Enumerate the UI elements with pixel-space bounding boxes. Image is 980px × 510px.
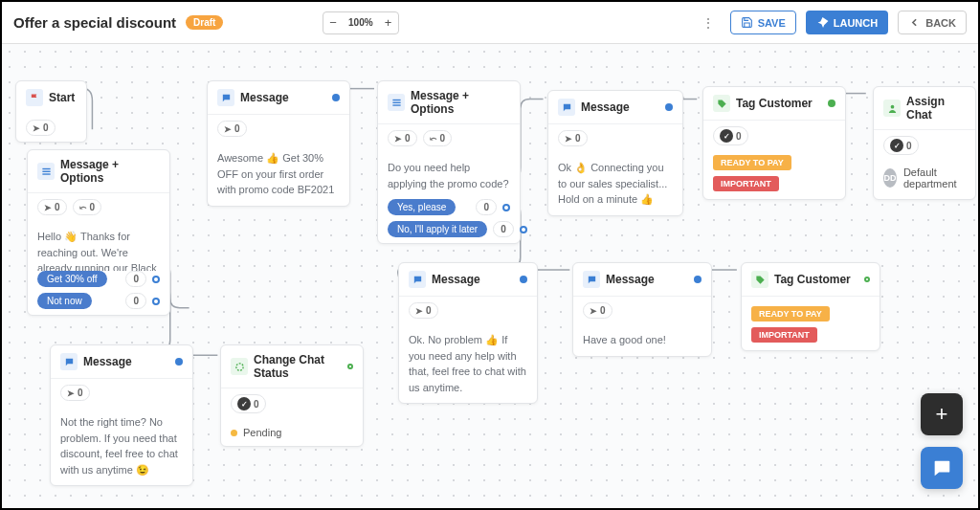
rocket-icon bbox=[816, 16, 829, 29]
output-dot[interactable] bbox=[502, 204, 510, 211]
message-icon bbox=[583, 271, 600, 288]
node-title: Message bbox=[432, 273, 480, 286]
message-icon bbox=[60, 353, 78, 370]
option-2[interactable]: Not now 0 bbox=[28, 293, 169, 315]
node-title: Message + Options bbox=[411, 89, 510, 116]
chat-icon bbox=[931, 457, 952, 478]
output-dot[interactable] bbox=[694, 276, 702, 283]
svg-rect-1 bbox=[42, 170, 50, 171]
node-message-options-2[interactable]: Message + Options ➤0 ⤺0 Do you need help… bbox=[377, 80, 521, 244]
output-dot[interactable] bbox=[175, 358, 183, 366]
tag-chip: IMPORTANT bbox=[713, 176, 779, 191]
svg-rect-3 bbox=[392, 99, 400, 100]
add-node-button[interactable]: + bbox=[921, 393, 963, 435]
svg-rect-0 bbox=[42, 167, 50, 168]
node-title: Change Chat Status bbox=[254, 353, 342, 380]
sent-count: ➤0 bbox=[388, 130, 417, 146]
node-body: Not the right time? No problem. If you n… bbox=[51, 407, 192, 485]
node-title: Message bbox=[581, 100, 630, 114]
message-icon bbox=[558, 99, 575, 116]
tag-icon bbox=[713, 95, 730, 112]
output-dot[interactable] bbox=[665, 103, 673, 111]
reply-count: ⤺0 bbox=[73, 199, 102, 215]
zoom-level: 100% bbox=[343, 17, 379, 28]
svg-point-7 bbox=[235, 363, 242, 369]
status-label: Pending bbox=[243, 427, 281, 438]
node-body: Do you need help applying the promo code… bbox=[378, 152, 520, 199]
node-message-5[interactable]: Message ➤0 Have a good one! bbox=[572, 262, 712, 357]
sent-count: ➤0 bbox=[60, 385, 90, 401]
sent-count: ➤0 bbox=[26, 120, 56, 136]
option-2[interactable]: No, I'll apply it later 0 bbox=[378, 221, 520, 243]
save-button[interactable]: SAVE bbox=[730, 11, 796, 34]
tag-chip: IMPORTANT bbox=[751, 327, 817, 343]
status-badge: Draft bbox=[186, 15, 223, 30]
launch-button[interactable]: LAUNCH bbox=[806, 11, 888, 34]
zoom-in-button[interactable]: + bbox=[379, 12, 398, 33]
output-dot[interactable] bbox=[520, 226, 527, 233]
page-title: Offer a special discount bbox=[13, 14, 176, 31]
node-message-options-1[interactable]: Message + Options ➤0 ⤺0 Hello 👋 Thanks f… bbox=[27, 149, 170, 316]
output-dot[interactable] bbox=[152, 298, 160, 305]
node-message-4[interactable]: Message ➤0 Ok. No problem 👍 If you need … bbox=[398, 262, 538, 404]
node-title: Tag Customer bbox=[736, 97, 813, 110]
output-dot[interactable] bbox=[332, 94, 340, 101]
pending-dot bbox=[231, 430, 237, 436]
tag-icon bbox=[751, 271, 768, 288]
node-message-3[interactable]: Message ➤0 Not the right time? No proble… bbox=[50, 344, 193, 486]
node-tag-customer-1[interactable]: Tag Customer ✓0 READY TO PAY IMPORTANT bbox=[702, 86, 846, 200]
node-start[interactable]: Start ➤0 bbox=[15, 80, 87, 143]
output-dot[interactable] bbox=[152, 276, 160, 283]
sent-count: ➤0 bbox=[583, 302, 612, 319]
dept-avatar: DD bbox=[883, 168, 897, 188]
node-title: Message bbox=[83, 355, 132, 368]
node-change-status[interactable]: Change Chat Status ✓0 Pending bbox=[220, 344, 364, 447]
option-1[interactable]: Yes, please 0 bbox=[378, 199, 520, 221]
zoom-out-button[interactable]: − bbox=[323, 12, 343, 33]
reply-count: ⤺0 bbox=[423, 130, 453, 146]
output-dot[interactable] bbox=[864, 277, 870, 282]
user-icon bbox=[883, 100, 901, 117]
message-icon bbox=[217, 89, 234, 106]
sent-count: ➤0 bbox=[558, 130, 588, 146]
toolbar: Offer a special discount Draft − 100% + … bbox=[2, 2, 978, 44]
node-tag-customer-2[interactable]: Tag Customer READY TO PAY IMPORTANT bbox=[741, 262, 880, 351]
flag-icon bbox=[26, 89, 43, 106]
node-message-1[interactable]: Message ➤0 Awesome 👍 Get 30% OFF on your… bbox=[207, 80, 350, 207]
svg-point-6 bbox=[890, 104, 894, 108]
save-icon bbox=[741, 16, 753, 29]
output-dot[interactable] bbox=[828, 100, 835, 107]
node-message-2[interactable]: Message ➤0 Ok 👌 Connecting you to our sa… bbox=[547, 90, 683, 216]
count: ✓0 bbox=[883, 136, 919, 155]
chevron-left-icon bbox=[908, 16, 921, 29]
svg-rect-4 bbox=[392, 101, 400, 102]
node-body: Awesome 👍 Get 30% OFF on your first orde… bbox=[208, 143, 349, 206]
zoom-control: − 100% + bbox=[323, 11, 399, 34]
back-button[interactable]: BACK bbox=[898, 11, 967, 34]
status-icon bbox=[231, 358, 248, 375]
list-icon bbox=[37, 163, 55, 180]
tag-chip: READY TO PAY bbox=[751, 306, 830, 322]
count: ✓0 bbox=[713, 126, 748, 145]
node-title: Assign Chat bbox=[906, 95, 966, 122]
list-icon bbox=[388, 94, 405, 111]
output-dot[interactable] bbox=[520, 276, 527, 283]
svg-rect-2 bbox=[42, 173, 50, 174]
node-title: Message + Options bbox=[60, 158, 160, 185]
count: ✓0 bbox=[231, 394, 266, 413]
option-1[interactable]: Get 30% off 0 bbox=[28, 271, 169, 293]
flow-canvas[interactable]: Start ➤0 Message + Options ➤0 ⤺0 Hello 👋… bbox=[2, 44, 978, 508]
node-body: Ok. No problem 👍 If you need any help wi… bbox=[399, 324, 537, 403]
dept-name: Default department bbox=[903, 166, 966, 189]
node-body: Ok 👌 Connecting you to our sales special… bbox=[548, 152, 682, 215]
node-title: Message bbox=[240, 91, 289, 104]
output-dot[interactable] bbox=[347, 364, 353, 369]
chat-widget-button[interactable] bbox=[921, 447, 963, 489]
node-body: Hello 👋 Thanks for reaching out. We're a… bbox=[28, 221, 169, 271]
sent-count: ➤0 bbox=[37, 199, 67, 215]
sent-count: ➤0 bbox=[409, 302, 438, 319]
node-title: Start bbox=[49, 91, 75, 104]
more-menu-icon[interactable]: ⋮ bbox=[696, 11, 721, 34]
node-assign-chat[interactable]: Assign Chat ✓0 DD Default department bbox=[873, 86, 976, 200]
node-title: Tag Customer bbox=[774, 273, 851, 286]
